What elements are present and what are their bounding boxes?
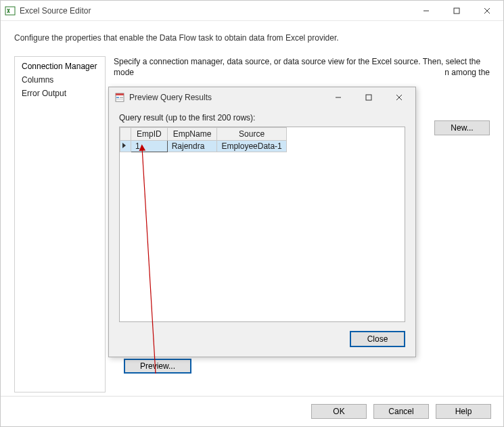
svg-rect-2 (454, 8, 459, 14)
sidebar-item-columns[interactable]: Columns (15, 73, 105, 87)
svg-rect-6 (120, 97, 123, 98)
grid-row[interactable]: 1 Rajendra EmployeeData-1 (120, 141, 287, 152)
modal-minimize-button[interactable] (323, 88, 353, 107)
form-icon (114, 92, 125, 103)
results-grid[interactable]: EmpID EmpName Source 1 Rajendra Employee… (119, 127, 405, 322)
modal-footer: Close (109, 325, 415, 357)
titlebar: Excel Source Editor (1, 1, 503, 21)
modal-close-btn[interactable]: Close (350, 331, 405, 347)
svg-rect-0 (5, 7, 15, 15)
modal-maximize-button[interactable] (353, 88, 384, 107)
grid-header-row: EmpID EmpName Source (120, 128, 287, 141)
sidebar-item-error-output[interactable]: Error Output (15, 87, 105, 100)
modal-titlebar: Preview Query Results (109, 87, 415, 108)
new-button[interactable]: New... (434, 120, 490, 135)
svg-rect-5 (116, 97, 119, 98)
svg-rect-4 (116, 93, 124, 95)
dialog-button-bar: OK Cancel Help (1, 396, 503, 426)
sidebar-item-connection-manager[interactable]: Connection Manager (15, 60, 105, 73)
row-selector-icon[interactable] (120, 141, 131, 152)
window-description: Configure the properties that enable the… (1, 21, 503, 49)
minimize-button[interactable] (411, 1, 441, 20)
col-header-empid[interactable]: EmpID (131, 128, 168, 141)
preview-button[interactable]: Preview... (124, 359, 191, 374)
sidebar: Connection Manager Columns Error Output (14, 56, 106, 392)
preview-query-results-dialog: Preview Query Results Query result (up t… (108, 87, 416, 357)
query-result-label: Query result (up to the first 200 rows): (119, 113, 405, 122)
maximize-button[interactable] (441, 1, 472, 20)
window-title: Excel Source Editor (20, 6, 411, 16)
col-header-empname[interactable]: EmpName (167, 128, 217, 141)
excel-icon (5, 5, 16, 16)
help-button[interactable]: Help (436, 404, 491, 419)
modal-close-button[interactable] (384, 88, 414, 107)
svg-rect-7 (116, 99, 123, 99)
modal-title: Preview Query Results (129, 93, 323, 102)
grid-corner (120, 128, 131, 141)
panel-instruction: Specify a connection manager, data sourc… (114, 56, 490, 78)
cell-source[interactable]: EmployeeData-1 (217, 141, 286, 152)
cell-empname[interactable]: Rajendra (167, 141, 217, 152)
ok-button[interactable]: OK (311, 404, 367, 419)
svg-rect-9 (366, 95, 371, 100)
cancel-button[interactable]: Cancel (373, 404, 429, 419)
col-header-source[interactable]: Source (217, 128, 286, 141)
close-button[interactable] (472, 1, 502, 20)
cell-empid[interactable]: 1 (131, 141, 168, 152)
